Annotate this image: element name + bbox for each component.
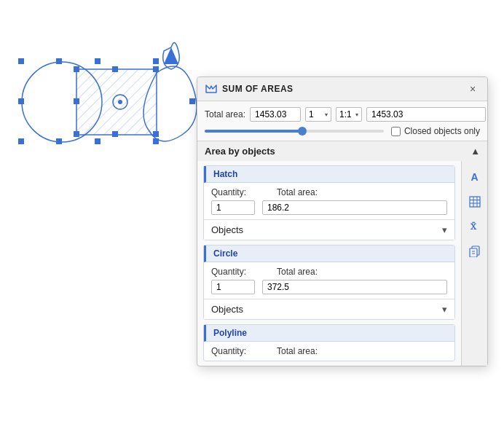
polyline-group-name: Polyline (213, 328, 247, 338)
sum-of-areas-dialog: SUM OF AREAS × Total area: 1 ▾ 1:1 ▾ Clo… (197, 76, 488, 366)
svg-rect-15 (189, 98, 195, 104)
formula-icon-svg: X̄ (469, 221, 481, 232)
app-logo-icon (205, 82, 218, 95)
hatch-objects-arrow-icon: ▾ (442, 224, 447, 235)
area-by-objects-title: Area by objects (205, 146, 275, 157)
dialog-scroll-area[interactable]: Hatch Quantity: Total area: Objects ▾ (197, 161, 461, 366)
circle-group: Circle Quantity: Total area: Objects ▾ (203, 245, 455, 320)
circle-objects-dropdown[interactable]: Objects ▾ (204, 299, 454, 319)
dialog-title: SUM OF AREAS (222, 84, 294, 94)
text-icon[interactable]: A (465, 167, 485, 187)
svg-rect-18 (74, 131, 79, 137)
svg-rect-24 (470, 197, 480, 207)
cad-drawing (7, 15, 197, 189)
hatch-field-values (211, 200, 447, 215)
ratio-arrow-icon: ▾ (355, 111, 358, 118)
polyline-group: Polyline Quantity: Total area: (203, 324, 455, 361)
hatch-quantity-label: Quantity: (211, 187, 269, 197)
slider-thumb[interactable] (298, 127, 307, 136)
polyline-group-header: Polyline (204, 325, 454, 342)
circle-field-values (211, 280, 447, 294)
circle-objects-arrow-icon: ▾ (442, 304, 447, 315)
svg-rect-7 (18, 98, 24, 104)
closed-objects-label: Closed objects only (404, 126, 480, 136)
hatch-total-area-label: Total area: (277, 187, 318, 197)
multiplier-arrow-icon: ▾ (325, 111, 328, 118)
copy-icon-svg (469, 246, 481, 257)
close-button[interactable]: × (465, 82, 480, 96)
circle-quantity-label: Quantity: (211, 267, 269, 277)
polyline-quantity-label: Quantity: (211, 346, 269, 356)
hatch-group-fields: Quantity: Total area: (204, 183, 454, 219)
polyline-total-area-label: Total area: (277, 346, 318, 356)
svg-point-5 (118, 100, 122, 104)
dialog-sidebar: A X̄ (461, 161, 487, 366)
circle-group-name: Circle (213, 248, 237, 259)
svg-rect-12 (95, 138, 101, 144)
ratio-dropdown[interactable]: 1:1 ▾ (336, 107, 362, 122)
multiplier-value: 1 (309, 109, 314, 119)
circle-group-fields: Quantity: Total area: (204, 262, 454, 299)
svg-rect-8 (18, 138, 24, 144)
ratio-value: 1:1 (339, 109, 352, 119)
svg-marker-23 (206, 85, 216, 93)
circle-objects-label: Objects (211, 304, 243, 315)
dialog-titlebar: SUM OF AREAS × (197, 77, 487, 101)
hatch-field-labels: Quantity: Total area: (211, 187, 447, 197)
svg-rect-31 (470, 248, 477, 257)
formula-icon[interactable]: X̄ (465, 216, 485, 237)
total-area-result-input[interactable] (366, 107, 486, 122)
hatch-group: Hatch Quantity: Total area: Objects ▾ (203, 165, 455, 240)
svg-rect-22 (74, 98, 79, 104)
svg-rect-21 (112, 131, 118, 137)
circle-total-area-label: Total area: (277, 267, 318, 277)
dialog-body: Hatch Quantity: Total area: Objects ▾ (197, 161, 487, 366)
area-by-objects-header: Area by objects ▲ (197, 141, 487, 161)
hatch-objects-dropdown[interactable]: Objects ▾ (204, 219, 454, 240)
svg-rect-13 (153, 58, 159, 64)
slider-row: Closed objects only (197, 125, 487, 141)
svg-rect-17 (153, 66, 159, 72)
hatch-group-name: Hatch (213, 169, 237, 179)
hatch-objects-label: Objects (211, 224, 243, 235)
svg-text:X̄: X̄ (470, 221, 477, 231)
svg-rect-9 (56, 58, 62, 64)
svg-rect-19 (153, 131, 159, 137)
hatch-group-header: Hatch (204, 166, 454, 183)
svg-rect-16 (74, 66, 79, 72)
svg-rect-14 (153, 138, 159, 144)
text-icon-symbol: A (470, 171, 478, 183)
slider-fill (205, 130, 303, 133)
total-area-row: Total area: 1 ▾ 1:1 ▾ (197, 101, 487, 125)
svg-rect-6 (18, 58, 24, 64)
circle-quantity-input[interactable] (211, 280, 255, 294)
hatch-quantity-input[interactable] (211, 200, 255, 215)
polyline-field-labels: Quantity: Total area: (211, 346, 447, 356)
closed-objects-checkbox[interactable] (391, 127, 401, 136)
copy-icon[interactable] (465, 241, 485, 262)
dialog-title-left: SUM OF AREAS (205, 82, 294, 95)
svg-rect-11 (95, 58, 101, 64)
hatch-total-area-input[interactable] (262, 200, 447, 215)
collapse-icon[interactable]: ▲ (470, 146, 480, 157)
slider-track[interactable] (205, 130, 384, 133)
closed-objects-checkbox-row: Closed objects only (391, 126, 480, 136)
svg-rect-20 (112, 66, 118, 72)
table-icon-svg (469, 196, 481, 208)
polyline-group-fields: Quantity: Total area: (204, 342, 454, 361)
multiplier-dropdown[interactable]: 1 ▾ (305, 107, 331, 122)
total-area-input[interactable] (250, 107, 301, 122)
svg-rect-10 (56, 138, 62, 144)
circle-total-area-input[interactable] (262, 280, 447, 294)
total-area-label: Total area: (205, 109, 245, 119)
circle-group-header: Circle (204, 246, 454, 262)
table-icon[interactable] (465, 192, 485, 212)
circle-field-labels: Quantity: Total area: (211, 267, 447, 277)
